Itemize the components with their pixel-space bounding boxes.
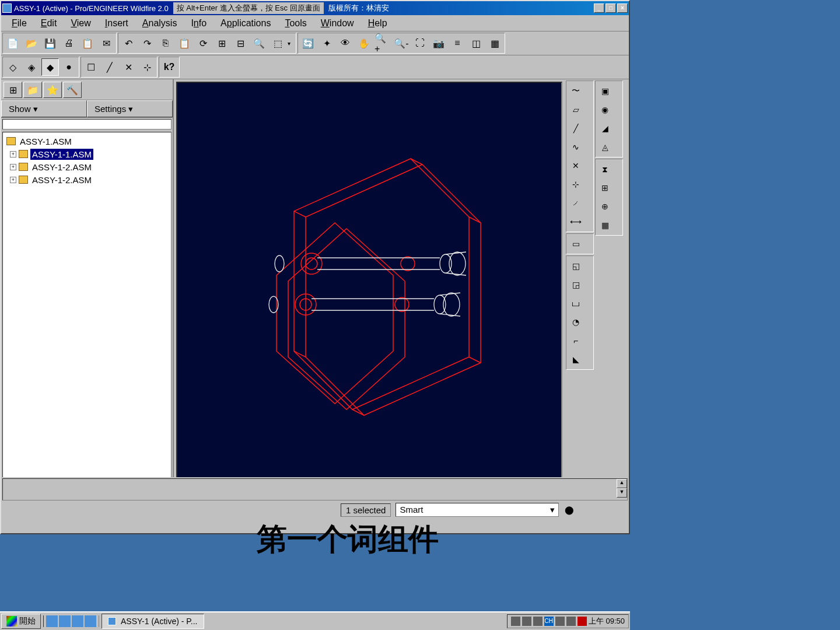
menu-info[interactable]: Info bbox=[185, 16, 212, 30]
orient-icon[interactable]: ✦ bbox=[318, 34, 335, 52]
nohidden-icon[interactable]: ◆ bbox=[41, 58, 59, 76]
tab-tree-icon[interactable]: ⊞ bbox=[4, 82, 22, 98]
rib-icon[interactable]: ⌐ bbox=[568, 332, 584, 349]
menu-insert[interactable]: Insert bbox=[99, 16, 134, 30]
shaded-icon[interactable]: ● bbox=[60, 58, 78, 76]
tree-item[interactable]: + ASSY-1-2.ASM bbox=[4, 173, 170, 186]
regen-icon[interactable]: ⟳ bbox=[194, 34, 212, 52]
dropdown-icon[interactable]: ▾ bbox=[288, 40, 295, 47]
status-stop-icon[interactable]: ⬤ bbox=[564, 504, 575, 516]
app-ql-icon[interactable] bbox=[85, 615, 96, 627]
tray-icon[interactable] bbox=[522, 617, 531, 626]
note-icon[interactable]: ▭ bbox=[568, 235, 584, 253]
new-icon[interactable]: 📄 bbox=[4, 34, 22, 52]
sweep-icon[interactable]: ◢ bbox=[597, 120, 613, 137]
copy-icon[interactable]: 📋 bbox=[79, 34, 96, 52]
open-icon[interactable]: 📂 bbox=[23, 34, 40, 52]
hole-icon[interactable]: ⌴ bbox=[568, 295, 584, 312]
tool5-icon[interactable]: ⊞ bbox=[213, 34, 230, 52]
menu-view[interactable]: View bbox=[65, 16, 96, 30]
copy2-icon[interactable]: ⎘ bbox=[157, 34, 174, 52]
start-button[interactable]: 開始 bbox=[1, 614, 41, 629]
save-icon[interactable]: 💾 bbox=[41, 34, 59, 52]
mail-icon[interactable]: ✉ bbox=[97, 34, 115, 52]
expand-icon[interactable]: + bbox=[10, 151, 16, 158]
zoomin-icon[interactable]: 🔍+ bbox=[374, 34, 391, 52]
create-comp-icon[interactable]: ◲ bbox=[568, 276, 584, 293]
explorer-icon[interactable] bbox=[72, 615, 83, 627]
sketch-point-icon[interactable]: ✕ bbox=[568, 157, 584, 174]
shell-icon[interactable]: ◔ bbox=[568, 313, 584, 331]
draft-icon[interactable]: ◣ bbox=[568, 351, 584, 368]
layer-icon[interactable]: ≡ bbox=[449, 34, 466, 52]
datum-point-icon[interactable]: ✕ bbox=[120, 58, 137, 76]
tray-icon[interactable] bbox=[511, 617, 520, 626]
datum-axis-icon[interactable]: ╱ bbox=[101, 58, 118, 76]
minimize-button[interactable]: _ bbox=[594, 4, 604, 13]
menu-tools[interactable]: Tools bbox=[279, 16, 312, 30]
ie-icon[interactable] bbox=[46, 615, 58, 627]
tool6-icon[interactable]: ⊟ bbox=[232, 34, 249, 52]
mirror-icon[interactable]: ⧗ bbox=[597, 160, 613, 178]
refit-icon[interactable]: ⛶ bbox=[411, 34, 429, 52]
undo-icon[interactable]: ↶ bbox=[120, 34, 137, 52]
sketch-csys-icon[interactable]: ⊹ bbox=[568, 176, 584, 193]
expand-icon[interactable]: + bbox=[10, 164, 16, 170]
sketch-rect-icon[interactable]: ▱ bbox=[568, 101, 584, 118]
search-icon[interactable]: 🔍 bbox=[250, 34, 268, 52]
menu-window[interactable]: Window bbox=[315, 16, 360, 30]
panel-settings-menu[interactable]: Settings ▾ bbox=[87, 100, 173, 117]
maximize-button[interactable]: □ bbox=[606, 4, 616, 13]
menu-file[interactable]: File bbox=[6, 16, 33, 30]
sketch-ref-icon[interactable]: ⟋ bbox=[568, 194, 584, 212]
paste-icon[interactable]: 📋 bbox=[176, 34, 193, 52]
blend-icon[interactable]: ◬ bbox=[597, 138, 613, 156]
zoomout-icon[interactable]: 🔍- bbox=[393, 34, 410, 52]
tray-icon[interactable] bbox=[533, 617, 542, 626]
selection-filter[interactable]: Smart▾ bbox=[396, 503, 559, 517]
menu-edit[interactable]: Edit bbox=[35, 16, 63, 30]
tray-icon[interactable] bbox=[566, 617, 576, 626]
system-tray[interactable]: CH 上午 09:50 bbox=[507, 614, 629, 628]
select-icon[interactable]: ⬚ bbox=[269, 34, 286, 52]
panel-show-menu[interactable]: Show ▾ bbox=[1, 100, 87, 117]
print-icon[interactable]: 🖨 bbox=[60, 34, 78, 52]
taskbar-app-button[interactable]: ASSY-1 (Active) - P... bbox=[102, 614, 204, 629]
desktop-icon[interactable] bbox=[59, 615, 71, 627]
view-icon[interactable]: 👁 bbox=[337, 34, 354, 52]
3d-viewport[interactable] bbox=[176, 82, 562, 520]
datum-csys-icon[interactable]: ⊹ bbox=[138, 58, 156, 76]
model-tree[interactable]: ASSY-1.ASM + ASSY-1-1.ASM + ASSY-1-2.ASM… bbox=[2, 132, 172, 522]
menu-help[interactable]: Help bbox=[362, 16, 393, 30]
tree-item[interactable]: + ASSY-1-1.ASM bbox=[4, 148, 170, 160]
spin-icon[interactable]: 🔄 bbox=[299, 34, 317, 52]
tab-favorites-icon[interactable]: ⭐ bbox=[43, 82, 62, 98]
sketch-dim-icon[interactable]: ⟷ bbox=[568, 213, 584, 230]
tab-folder-icon[interactable]: 📁 bbox=[23, 82, 42, 98]
sketch-spline-icon[interactable]: ∿ bbox=[568, 138, 584, 156]
sketch-edge-icon[interactable]: ╱ bbox=[568, 120, 584, 137]
tray-icon[interactable] bbox=[578, 617, 587, 626]
wireframe-icon[interactable]: ◇ bbox=[4, 58, 22, 76]
pan-icon[interactable]: ✋ bbox=[355, 34, 373, 52]
tray-icon[interactable] bbox=[555, 617, 565, 626]
tree-root[interactable]: ASSY-1.ASM bbox=[4, 135, 170, 148]
redo-icon[interactable]: ↷ bbox=[138, 34, 156, 52]
repaint-icon[interactable]: ◫ bbox=[467, 34, 485, 52]
tab-tools-icon[interactable]: 🔨 bbox=[63, 82, 82, 98]
menu-analysis[interactable]: Analysis bbox=[136, 16, 183, 30]
close-button[interactable]: × bbox=[617, 4, 628, 13]
expand-icon[interactable]: + bbox=[10, 177, 16, 183]
ime-icon[interactable]: CH bbox=[544, 617, 554, 626]
tree-item[interactable]: + ASSY-1-2.ASM bbox=[4, 160, 170, 173]
datum-plane-icon[interactable]: ☐ bbox=[82, 58, 100, 76]
scroll-up-icon[interactable]: ▲ bbox=[617, 479, 627, 488]
assemble-icon[interactable]: ◱ bbox=[568, 257, 584, 275]
extrude-icon[interactable]: ▣ bbox=[597, 82, 613, 100]
merge-icon[interactable]: ⊕ bbox=[597, 198, 613, 215]
display-icon[interactable]: ▦ bbox=[486, 34, 503, 52]
saved-view-icon[interactable]: 📷 bbox=[430, 34, 447, 52]
sketch-line-icon[interactable]: 〜 bbox=[568, 82, 584, 100]
menu-applications[interactable]: Applications bbox=[215, 16, 276, 30]
table-icon[interactable]: ▦ bbox=[597, 216, 613, 234]
